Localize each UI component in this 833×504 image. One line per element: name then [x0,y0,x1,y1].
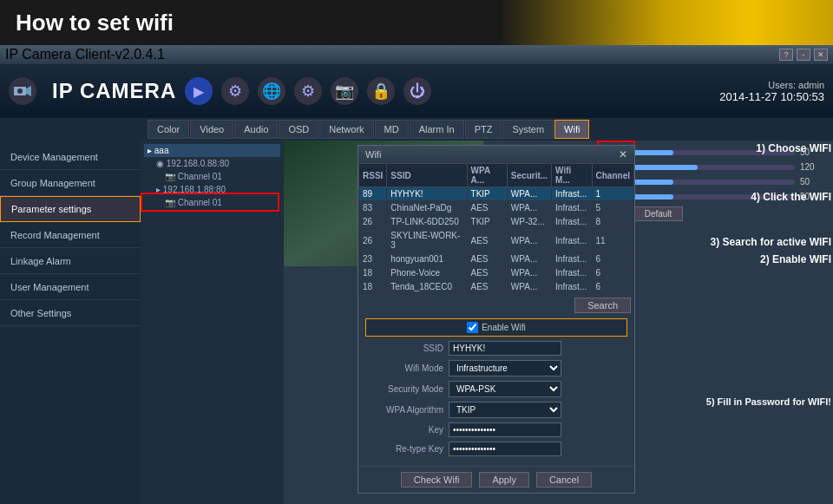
sidebar-item-6[interactable]: Other Settings [0,300,141,326]
sidebar: Device ManagementGroup ManagementParamet… [0,141,141,504]
form-input-4[interactable] [449,422,561,437]
form-label-0: SSID [365,344,443,353]
datetime: 2014-11-27 10:50:53 [719,90,824,103]
wifi-cell-5-2: AES [467,266,507,280]
sidebar-item-4[interactable]: Linkage Alarm [0,248,141,274]
wifi-cell-5-3: WPA... [507,266,551,280]
user-label: Users: admin [719,80,824,90]
wifi-cell-2-1: TP-LINK-6DD250 [387,215,467,229]
wifi-table-header: RSSISSIDWPA A...Securit...Wifi M...Chann… [359,164,634,187]
toolbar-tab-video[interactable]: Video [190,120,233,139]
wifi-cell-2-3: WP-32... [507,215,551,229]
logo-text: IP CAMERA [52,79,176,103]
form-row-1: Wifi ModeInfrastructure [365,360,627,376]
svg-marker-1 [26,86,31,96]
wifi-table: RSSISSIDWPA A...Securit...Wifi M...Chann… [358,163,634,294]
wifi-col-channel: Channel [592,164,633,187]
sidebar-item-2[interactable]: Parameter settings [0,196,141,222]
form-row-2: Security ModeWPA-PSK [365,381,627,397]
form-row-0: SSID [365,341,627,356]
main-layout: Device ManagementGroup ManagementParamet… [0,141,833,504]
toolbar-tab-md[interactable]: MD [375,120,409,139]
minimize-button[interactable]: - [797,49,810,61]
wifi-col-wifim: Wifi M... [552,164,592,187]
wifi-row-6[interactable]: 18Tenda_18CEC0AESWPA...Infrast...6 [359,280,634,294]
wifi-footer: Check WifiApplyCancel [358,466,634,493]
tree-item-3[interactable]: ▸ 192.168.1.88:80 [144,183,280,196]
wifi-dialog-label: Wifi [365,149,381,160]
wifi-row-2[interactable]: 26TP-LINK-6DD250TKIPWP-32...Infrast...8 [359,215,634,229]
nav-icon-2[interactable]: ⚙ [221,77,249,105]
wifi-cell-4-1: hongyuan001 [387,252,467,266]
sidebar-item-5[interactable]: User Management [0,274,141,300]
wifi-cell-3-4: Infrast... [552,229,592,252]
wifi-cell-4-4: Infrast... [552,252,592,266]
nav-icon-3[interactable]: 🌐 [258,77,285,105]
wifi-cell-4-3: WPA... [507,252,551,266]
wifi-cell-0-1: HYHYK! [387,187,467,201]
sidebar-item-3[interactable]: Record Management [0,222,141,248]
wifi-col-wpaa: WPA A... [467,164,507,187]
wifi-cell-6-0: 18 [359,280,387,294]
tree-item-2[interactable]: 📷 Channel 01 [144,170,280,183]
wifi-table-container: RSSISSIDWPA A...Securit...Wifi M...Chann… [358,163,634,294]
form-select-2[interactable]: WPA-PSK [449,381,561,397]
nav-icon-4[interactable]: ⚙ [294,77,322,105]
form-input-0[interactable] [449,341,561,356]
toolbar-tab-osd[interactable]: OSD [279,120,318,139]
wifi-cell-0-5: 1 [592,187,633,201]
form-label-3: WPA Algorithm [365,405,443,415]
form-select-1[interactable]: Infrastructure [449,360,561,376]
wifi-dialog: Wifi ✕ RSSISSIDWPA A...Securit...Wifi M.… [357,145,635,494]
wifi-form: Enable Wifi SSIDWifi ModeInfrastructureS… [358,313,634,466]
footer-btn-check-wifi[interactable]: Check Wifi [401,472,473,488]
tree-item-1[interactable]: ◉ 192.168.0.88:80 [144,157,280,170]
default-button[interactable]: Default [633,206,684,221]
wifi-cell-1-1: ChinaNet-PaDg [387,201,467,215]
wifi-dialog-title: Wifi ✕ [358,146,634,163]
wifi-table-body: 89HYHYK!TKIPWPA...Infrast...183ChinaNet-… [359,187,634,294]
wifi-row-5[interactable]: 18Phone-VoiceAESWPA...Infrast...6 [359,266,634,280]
wifi-cell-4-2: AES [467,252,507,266]
close-button[interactable]: ✕ [814,49,828,61]
toolbar-tab-audio[interactable]: Audio [234,120,278,139]
app-window: IP Camera Client-v2.0.4.1 ? - ✕ IP CAMER… [0,45,833,504]
annotation-2: 2) Enable WIFI [760,253,831,265]
footer-btn-cancel[interactable]: Cancel [536,472,592,488]
wifi-row-1[interactable]: 83ChinaNet-PaDgAESWPA...Infrast...5 [359,201,634,215]
wifi-row-0[interactable]: 89HYHYK!TKIPWPA...Infrast...1 [359,187,634,201]
enable-wifi-checkbox[interactable] [467,322,478,333]
title-bar: IP Camera Client-v2.0.4.1 ? - ✕ [0,45,833,64]
help-button[interactable]: ? [779,49,793,61]
sidebar-item-0[interactable]: Device Management [0,144,141,170]
annotation-5: 5) Fill in Password for WIFI! [706,396,831,407]
wifi-close-button[interactable]: ✕ [619,148,627,160]
wifi-search-button[interactable]: Search [574,298,631,313]
wifi-cell-1-0: 83 [359,201,387,215]
sidebar-item-1[interactable]: Group Management [0,170,141,196]
toolbar-tab-color[interactable]: Color [148,120,189,139]
wifi-cell-3-2: AES [467,229,507,252]
content-area: ▸ aaa◉ 192.168.0.88:80📷 Channel 01▸ 192.… [141,141,833,504]
wifi-cell-2-0: 26 [359,215,387,229]
nav-icon-1[interactable]: ▶ [185,77,213,105]
wifi-row-4[interactable]: 23hongyuan001AESWPA...Infrast...6 [359,252,634,266]
footer-btn-apply[interactable]: Apply [479,472,529,488]
wifi-col-ssid: SSID [387,164,467,187]
form-input-5[interactable] [449,442,561,456]
nav-icon-6[interactable]: 🔒 [367,77,395,105]
nav-icon-5[interactable]: 📷 [331,77,358,105]
nav-icon-7[interactable]: ⏻ [403,77,431,105]
toolbar-tab-system[interactable]: System [502,120,554,139]
wifi-row-3[interactable]: 26SKYLINE-WORK-3AESWPA...Infrast...11 [359,229,634,252]
page-title: How to set wifi [16,10,174,36]
slider-value-2: 50 [800,177,826,187]
tree-item-0[interactable]: ▸ aaa [144,144,280,157]
wifi-cell-1-5: 5 [592,201,633,215]
toolbar-tab-wifi[interactable]: Wifi [554,120,589,139]
toolbar-tab-alarm-in[interactable]: Alarm In [410,120,464,139]
form-select-3[interactable]: TKIP [449,402,561,418]
tree-item-4[interactable]: 📷 Channel 01 [144,196,280,209]
toolbar-tab-network[interactable]: Network [319,120,373,139]
toolbar-tab-ptz[interactable]: PTZ [465,120,502,139]
